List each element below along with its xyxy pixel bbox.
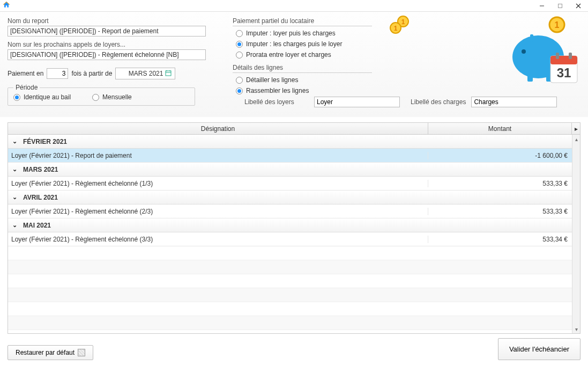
footer: Restaurer par défaut Valider l'échéancie… <box>0 334 588 367</box>
table-group-row[interactable]: ⌄MAI 2021 <box>8 218 572 232</box>
table-empty-row <box>8 288 572 302</box>
table-row[interactable]: Loyer (Février 2021) - Règlement échelon… <box>8 204 572 218</box>
cell-designation: Loyer (Février 2021) - Règlement échelon… <box>8 236 428 243</box>
cell-montant: 533,34 € <box>428 236 572 243</box>
calendar-icon <box>165 70 172 77</box>
table-scroll-right-icon[interactable]: ▸ <box>572 123 580 134</box>
chevron-down-icon: ⌄ <box>12 138 20 145</box>
lib-loyers-label: Libellé des loyers <box>244 98 309 106</box>
lib-charges-input[interactable] <box>471 97 557 107</box>
table-vertical-scrollbar[interactable]: ▴ ▾ <box>572 135 580 333</box>
partial-option-loyer-first[interactable]: Imputer : loyer puis les charges <box>236 30 580 37</box>
period-option-bail[interactable]: Identique au bail <box>13 93 71 101</box>
chevron-down-icon: ⌄ <box>12 222 20 229</box>
window-close-button[interactable] <box>570 1 587 11</box>
col-header-designation[interactable]: Désignation <box>8 123 428 134</box>
table-group-label: AVRIL 2021 <box>23 194 58 201</box>
validate-label: Valider l'échéancier <box>509 345 569 353</box>
details-option-detail[interactable]: Détailler les lignes <box>236 76 580 84</box>
period-option-bail-label: Identique au bail <box>24 93 71 101</box>
cell-designation: Loyer (Février 2021) - Report de paiemen… <box>8 152 428 159</box>
scroll-up-icon[interactable]: ▴ <box>572 135 580 143</box>
cell-designation: Loyer (Février 2021) - Règlement échelon… <box>8 180 428 187</box>
table-group-row[interactable]: ⌄MARS 2021 <box>8 163 572 177</box>
window-titlebar <box>0 0 588 12</box>
pay-in-date-value: MARS 2021 <box>129 70 163 77</box>
lib-loyers-input[interactable] <box>314 97 400 107</box>
partial-option-charges-first[interactable]: Imputer : les charges puis le loyer <box>236 40 580 48</box>
window-maximize-button[interactable] <box>552 1 569 11</box>
partial-payment-title: Paiement partiel du locataire <box>233 17 372 26</box>
table-group-row[interactable]: ⌄FÉVRIER 2021 <box>8 135 572 149</box>
col-header-montant[interactable]: Montant <box>428 123 572 134</box>
table-row[interactable]: Loyer (Février 2021) - Règlement échelon… <box>8 232 572 246</box>
report-name-label: Nom du report <box>8 17 222 25</box>
table-empty-row <box>8 302 572 316</box>
next-calls-input[interactable] <box>8 49 206 60</box>
period-option-mensuelle[interactable]: Mensuelle <box>92 93 132 101</box>
details-title: Détails des lignes <box>233 64 372 73</box>
table-empty-row <box>8 316 572 330</box>
table-empty-row <box>8 246 572 260</box>
restore-marker-icon <box>78 349 85 356</box>
app-icon <box>2 1 11 11</box>
table-group-label: MAI 2021 <box>23 222 51 229</box>
restore-defaults-label: Restaurer par défaut <box>16 349 75 356</box>
period-option-mensuelle-label: Mensuelle <box>102 93 132 101</box>
scroll-down-icon[interactable]: ▾ <box>572 325 580 333</box>
next-calls-label: Nom sur les prochains appels de loyers..… <box>8 41 222 48</box>
pay-in-prefix: Paiement en <box>8 70 43 77</box>
config-panel: Nom du report Nom sur les prochains appe… <box>0 12 588 117</box>
period-legend: Période <box>13 84 40 91</box>
cell-montant: -1 600,00 € <box>428 152 572 159</box>
restore-defaults-button[interactable]: Restaurer par défaut <box>8 345 93 360</box>
cell-montant: 533,33 € <box>428 180 572 187</box>
table-empty-row <box>8 260 572 274</box>
table-group-row[interactable]: ⌄AVRIL 2021 <box>8 191 572 204</box>
details-option-group[interactable]: Rassembler les lignes <box>236 87 580 94</box>
chevron-down-icon: ⌄ <box>12 194 20 201</box>
table-group-label: MARS 2021 <box>23 166 58 173</box>
table-row[interactable]: Loyer (Février 2021) - Règlement échelon… <box>8 177 572 191</box>
table-empty-row <box>8 274 572 288</box>
window-minimize-button[interactable] <box>533 1 550 11</box>
cell-designation: Loyer (Février 2021) - Règlement échelon… <box>8 208 428 215</box>
table-row[interactable]: Loyer (Février 2021) - Report de paiemen… <box>8 149 572 163</box>
pay-in-count-input[interactable] <box>47 68 68 79</box>
partial-option-prorata[interactable]: Prorata entre loyer et charges <box>236 51 580 58</box>
pay-in-date-picker[interactable]: MARS 2021 <box>115 68 175 79</box>
lib-charges-label: Libellé des charges <box>411 98 466 106</box>
report-name-input[interactable] <box>8 26 206 36</box>
chevron-down-icon: ⌄ <box>12 166 20 173</box>
table-group-label: FÉVRIER 2021 <box>23 138 67 145</box>
svg-rect-1 <box>559 4 562 8</box>
validate-button[interactable]: Valider l'échéancier <box>498 338 580 360</box>
pay-in-mid: fois à partir de <box>71 70 112 77</box>
cell-montant: 533,33 € <box>428 208 572 215</box>
svg-rect-4 <box>166 71 171 76</box>
period-fieldset: Période Identique au bail Mensuelle <box>8 84 195 106</box>
schedule-table: Désignation Montant ▸ ⌄FÉVRIER 2021Loyer… <box>8 122 580 334</box>
